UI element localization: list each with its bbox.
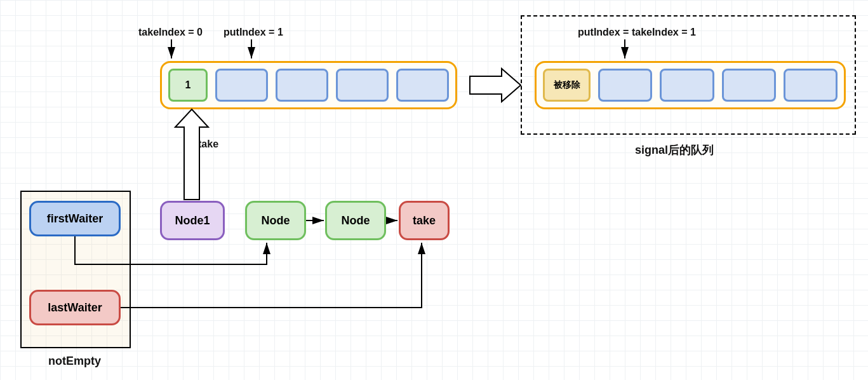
left-array: 1 <box>160 61 457 109</box>
right-array: 被移除 <box>535 61 846 109</box>
left-cell-1 <box>215 69 268 102</box>
transition-arrow <box>470 69 521 102</box>
right-cell-3 <box>722 69 776 102</box>
node-b: Node <box>325 201 386 240</box>
right-cell-4 <box>784 69 838 102</box>
take-node: take <box>399 201 450 240</box>
node-a: Node <box>245 201 306 240</box>
right-cell-0: 被移除 <box>543 69 591 102</box>
not-empty-caption: notEmpty <box>48 355 101 368</box>
last-waiter-box: lastWaiter <box>29 290 121 325</box>
left-cell-4 <box>396 69 449 102</box>
take-up-arrow <box>175 109 208 200</box>
take-arrow-label: take <box>198 139 218 150</box>
left-cell-0: 1 <box>168 69 208 102</box>
put-index-label: putIndex = 1 <box>224 27 283 38</box>
left-cell-2 <box>276 69 328 102</box>
left-cell-3 <box>336 69 389 102</box>
right-cell-2 <box>660 69 714 102</box>
node-1: Node1 <box>160 201 225 240</box>
right-cell-1 <box>598 69 652 102</box>
signal-queue-caption: signal后的队列 <box>635 142 714 158</box>
first-waiter-box: firstWaiter <box>29 201 121 236</box>
combined-index-label: putIndex = takeIndex = 1 <box>578 27 696 38</box>
take-index-label: takeIndex = 0 <box>138 27 203 38</box>
